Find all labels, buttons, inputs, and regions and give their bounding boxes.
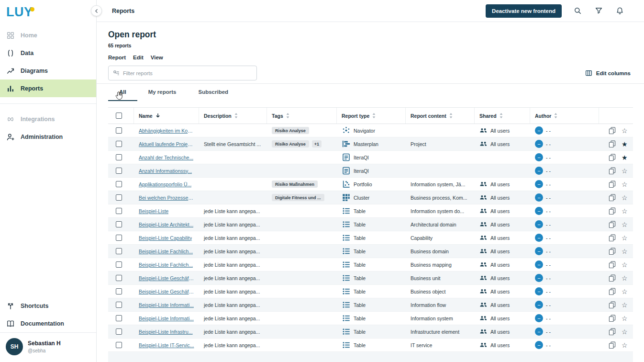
copy-icon[interactable] — [608, 180, 617, 189]
report-name-link[interactable]: Bei welchen Prozessen... — [139, 195, 194, 201]
sidebar-item-data[interactable]: Data — [0, 44, 96, 62]
report-name-link[interactable]: Beispiel-Liste Capability — [139, 235, 192, 241]
column-header-author[interactable]: Author — [530, 108, 599, 124]
menu-edit[interactable]: Edit — [133, 55, 144, 60]
copy-icon[interactable] — [608, 260, 617, 269]
edit-columns-button[interactable]: Edit columns — [585, 69, 631, 77]
report-name-link[interactable]: Beispiel-Liste Infrastru... — [139, 329, 193, 335]
bell-icon[interactable] — [615, 6, 625, 16]
copy-icon[interactable] — [608, 340, 617, 350]
deactivate-frontend-button[interactable]: Deactivate new frontend — [486, 4, 562, 18]
column-header-description[interactable]: Description — [199, 108, 267, 124]
copy-icon[interactable] — [608, 247, 617, 256]
row-checkbox[interactable] — [116, 315, 122, 321]
copy-icon[interactable] — [608, 139, 617, 148]
copy-icon[interactable] — [608, 166, 617, 175]
tab-all[interactable]: All — [108, 84, 137, 101]
row-checkbox[interactable] — [116, 221, 122, 227]
star-outline-icon[interactable]: ☆ — [621, 287, 629, 296]
row-checkbox[interactable] — [116, 168, 122, 174]
star-outline-icon[interactable]: ☆ — [621, 301, 629, 309]
copy-icon[interactable] — [608, 314, 617, 323]
row-checkbox[interactable] — [116, 181, 122, 187]
copy-icon[interactable] — [608, 273, 617, 283]
report-name-link[interactable]: Applikationsporfolio Ü... — [139, 181, 191, 187]
report-name-link[interactable]: Beispiel-Liste — [139, 208, 168, 214]
report-name-link[interactable]: Beispiel-Liste Geschäft... — [139, 275, 194, 281]
report-name-link[interactable]: Abhängigkeiten im Kon... — [139, 128, 194, 134]
column-header-report-type[interactable]: Report type — [337, 108, 406, 124]
report-name-link[interactable]: Beispiel-Liste IT-Servic... — [139, 342, 194, 348]
user-profile[interactable]: SH Sebastian H @sebha — [0, 332, 96, 362]
star-outline-icon[interactable]: ☆ — [621, 126, 629, 135]
star-outline-icon[interactable]: ☆ — [621, 234, 629, 242]
menu-view[interactable]: View — [151, 55, 163, 60]
sidebar-item-reports[interactable]: Reports — [0, 79, 96, 97]
column-header-tags[interactable]: Tags — [267, 108, 337, 124]
row-checkbox[interactable] — [116, 261, 122, 268]
copy-icon[interactable] — [608, 220, 617, 229]
star-outline-icon[interactable]: ☆ — [621, 260, 629, 269]
copy-icon[interactable] — [608, 126, 617, 135]
row-checkbox[interactable] — [116, 275, 122, 281]
row-checkbox[interactable] — [116, 154, 122, 160]
menu-report[interactable]: Report — [108, 55, 126, 60]
sidebar-item-administration[interactable]: Administration — [0, 128, 96, 146]
star-outline-icon[interactable]: ☆ — [621, 314, 629, 323]
star-outline-icon[interactable]: ☆ — [621, 220, 629, 229]
row-checkbox[interactable] — [116, 302, 122, 308]
sidebar-item-home[interactable]: Home — [0, 26, 96, 44]
column-header-report-content[interactable]: Report content — [406, 108, 475, 124]
filter-icon[interactable] — [594, 6, 604, 16]
report-name-link[interactable]: Anzahl der Technische... — [139, 155, 193, 160]
sidebar-collapse-button[interactable] — [91, 5, 102, 16]
star-outline-icon[interactable]: ☆ — [621, 193, 629, 202]
star-outline-icon[interactable]: ☆ — [621, 341, 629, 350]
report-name-link[interactable]: Aktuell laufende Projek... — [139, 141, 194, 147]
row-checkbox[interactable] — [116, 141, 122, 147]
report-name-link[interactable]: Beispiel-Liste Fachlich... — [139, 249, 193, 254]
sidebar-item-documentation[interactable]: Documentation — [0, 315, 96, 332]
report-name-link[interactable]: Beispiel-Liste Informati... — [139, 316, 194, 321]
row-checkbox[interactable] — [116, 194, 122, 201]
star-outline-icon[interactable]: ☆ — [621, 328, 629, 336]
star-outline-icon[interactable]: ☆ — [621, 180, 629, 189]
column-header-name[interactable]: Name — [134, 108, 199, 124]
star-filled-icon[interactable]: ★ — [621, 153, 629, 162]
row-checkbox[interactable] — [116, 288, 122, 294]
sidebar-item-integrations[interactable]: Integrations — [0, 110, 96, 128]
tab-subscribed[interactable]: Subscribed — [188, 84, 240, 101]
report-name-link[interactable]: Beispiel-Liste Architekt... — [139, 222, 193, 227]
star-outline-icon[interactable]: ☆ — [621, 274, 629, 283]
row-checkbox[interactable] — [116, 208, 122, 214]
report-name-link[interactable]: Anzahl Informationssy... — [139, 168, 192, 174]
filter-reports-input[interactable] — [123, 70, 252, 76]
search-icon[interactable] — [573, 6, 583, 16]
luy-logo[interactable]: LUY — [6, 5, 33, 20]
star-outline-icon[interactable]: ☆ — [621, 207, 629, 215]
sidebar-item-shortcuts[interactable]: Shortcuts — [0, 297, 96, 315]
sidebar-item-diagrams[interactable]: Diagrams — [0, 62, 96, 79]
copy-icon[interactable] — [608, 206, 617, 215]
copy-icon[interactable] — [608, 287, 617, 296]
star-outline-icon[interactable]: ☆ — [621, 247, 629, 256]
row-checkbox[interactable] — [116, 248, 122, 254]
row-checkbox[interactable] — [116, 235, 122, 241]
report-name-link[interactable]: Beispiel-Liste Geschäft... — [139, 289, 194, 294]
column-header-shared[interactable]: Shared — [475, 108, 530, 124]
star-outline-icon[interactable]: ☆ — [621, 167, 629, 175]
copy-icon[interactable] — [608, 233, 617, 242]
select-all-checkbox[interactable] — [116, 113, 122, 119]
copy-icon[interactable] — [608, 300, 617, 309]
copy-icon[interactable] — [608, 327, 617, 336]
row-checkbox[interactable] — [116, 328, 122, 335]
row-checkbox[interactable] — [116, 342, 122, 348]
tab-my-reports[interactable]: My reports — [137, 84, 188, 101]
copy-icon[interactable] — [608, 193, 617, 202]
row-checkbox[interactable] — [116, 127, 122, 134]
report-name-link[interactable]: Beispiel-Liste Informati... — [139, 302, 194, 308]
copy-icon[interactable] — [608, 153, 617, 162]
star-filled-icon[interactable]: ★ — [621, 140, 629, 148]
report-name-link[interactable]: Beispiel-Liste Fachlich... — [139, 262, 193, 268]
table-row: Beispiel-Liste Infrastru...jede Liste ka… — [108, 325, 633, 339]
